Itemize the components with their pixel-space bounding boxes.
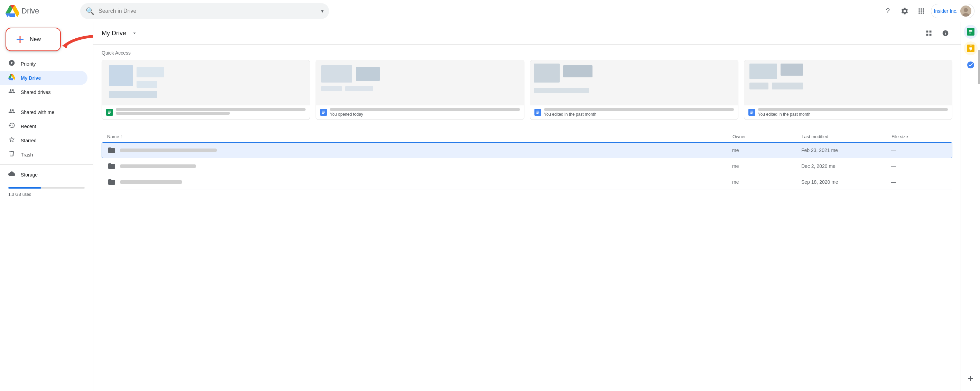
sidebar-item-storage-label: Storage: [21, 172, 38, 177]
sidebar-item-my-drive[interactable]: My Drive: [0, 71, 88, 85]
card-1-filename-blur: [116, 108, 305, 111]
file-size-1: —: [891, 147, 947, 153]
file-row-3[interactable]: me Sep 18, 2020 me —: [102, 174, 952, 190]
sidebar-item-shared-drives-label: Shared drives: [21, 89, 51, 95]
card-4-info: You edited in the past month: [744, 105, 952, 120]
new-button[interactable]: New: [6, 28, 61, 51]
file-name-cell-3: [108, 178, 732, 186]
search-input[interactable]: [99, 8, 317, 14]
card-3-subtitle: You edited in the past month: [544, 112, 734, 117]
quick-access-card-4[interactable]: You edited in the past month: [744, 60, 952, 120]
svg-point-12: [967, 62, 974, 68]
right-panel-add-button[interactable]: [964, 372, 978, 385]
card-4-filename-blur: [758, 108, 948, 111]
card-4-text: You edited in the past month: [758, 108, 948, 117]
main-header: My Drive: [93, 22, 961, 44]
main-header-right: [922, 26, 952, 40]
file-owner-1: me: [732, 147, 801, 153]
grid-view-button[interactable]: [922, 26, 936, 40]
sidebar-item-my-drive-label: My Drive: [21, 75, 41, 81]
sidebar-item-trash[interactable]: Trash: [0, 147, 88, 161]
sidebar-nav: Priority My Drive: [0, 57, 93, 99]
drive-title-dropdown-button[interactable]: [129, 28, 140, 39]
account-name: Insider Inc.: [934, 8, 958, 14]
sidebar-item-storage[interactable]: Storage: [0, 168, 88, 182]
layout: New Priority: [0, 22, 980, 391]
sidebar-item-shared-with-me[interactable]: Shared with me: [0, 105, 88, 119]
avatar: [960, 6, 971, 17]
my-drive-icon: [8, 74, 15, 82]
card-2-filename-blur: [330, 108, 520, 111]
sidebar-item-priority-label: Priority: [21, 61, 36, 66]
sidebar-item-starred-label: Starred: [21, 138, 37, 143]
apps-icon: [917, 7, 925, 15]
file-owner-2: me: [732, 163, 801, 169]
sidebar-storage-section: Storage 1.3 GB used: [0, 168, 93, 199]
right-panel-sheets-button[interactable]: [964, 25, 978, 39]
file-modified-1: Feb 23, 2021 me: [801, 147, 891, 153]
svg-marker-5: [62, 41, 69, 48]
quick-access-grid: You opened today: [102, 60, 952, 120]
new-plus-icon: [14, 34, 25, 45]
file-modified-3: Sep 18, 2020 me: [801, 179, 891, 185]
card-1-thumbnail: [102, 60, 310, 105]
info-button[interactable]: [939, 26, 952, 40]
main-content-area: My Drive Quick Access: [93, 22, 961, 391]
card-3-text: You edited in the past month: [544, 108, 734, 117]
file-list-header: Name ↑ Owner Last modified File size: [102, 131, 952, 142]
file-size-3: —: [891, 179, 947, 185]
quick-access-card-2[interactable]: You opened today: [316, 60, 524, 120]
account-area[interactable]: Insider Inc.: [931, 4, 974, 18]
sidebar-divider-2: [0, 165, 93, 165]
settings-button[interactable]: [898, 4, 912, 18]
file-owner-3: me: [732, 179, 801, 185]
arrow-annotation: [59, 31, 93, 60]
gear-icon: [900, 7, 909, 15]
card-3-filename-blur: [544, 108, 734, 111]
sheets-icon: [106, 109, 113, 116]
column-name-label: Name: [107, 134, 119, 139]
file-row-2[interactable]: me Dec 2, 2020 me —: [102, 158, 952, 174]
right-panel-tasks-button[interactable]: [964, 58, 978, 72]
search-chevron-icon[interactable]: ▾: [321, 8, 323, 14]
starred-icon: [8, 136, 15, 145]
file-name-blur-3: [120, 180, 182, 184]
quick-access-card-1[interactable]: [102, 60, 310, 120]
app-name: Drive: [21, 6, 39, 16]
column-last-modified-label: Last modified: [802, 134, 891, 139]
logo-area: Drive: [6, 5, 75, 17]
sidebar-item-recent[interactable]: Recent: [0, 119, 88, 133]
file-name-blur-2: [120, 165, 196, 168]
column-file-size-label: File size: [891, 134, 947, 139]
sort-icon: ↑: [121, 134, 123, 139]
quick-access-card-3[interactable]: You edited in the past month: [530, 60, 738, 120]
drive-title-area: My Drive: [102, 28, 140, 39]
scrollbar[interactable]: [978, 50, 980, 84]
apps-button[interactable]: [914, 4, 928, 18]
card-2-subtitle: You opened today: [330, 112, 520, 117]
sidebar-item-starred[interactable]: Starred: [0, 133, 88, 147]
file-row-1[interactable]: me Feb 23, 2021 me —: [102, 142, 952, 158]
help-button[interactable]: ?: [881, 4, 895, 18]
right-panel: [961, 22, 980, 391]
search-icon: 🔍: [86, 7, 94, 15]
sidebar: New Priority: [0, 22, 93, 391]
svg-point-1: [964, 8, 968, 12]
card-2-info: You opened today: [316, 105, 524, 120]
storage-used-text: 1.3 GB used: [8, 192, 32, 197]
sidebar-item-shared-drives[interactable]: Shared drives: [0, 85, 88, 99]
column-name[interactable]: Name ↑: [107, 134, 732, 139]
folder-icon-1: [108, 146, 116, 154]
sidebar-item-priority[interactable]: Priority: [0, 57, 88, 71]
folder-icon-2: [108, 162, 116, 170]
right-panel-keep-button[interactable]: [964, 41, 978, 55]
card-4-subtitle: You edited in the past month: [758, 112, 948, 117]
main-content-body: Quick Access: [93, 44, 961, 195]
file-name-cell-2: [108, 162, 732, 170]
search-bar[interactable]: 🔍 ▾: [80, 3, 329, 19]
file-name-cell-1: [108, 146, 732, 154]
file-modified-2: Dec 2, 2020 me: [801, 163, 891, 169]
card-2-thumbnail: [316, 60, 524, 105]
shared-drives-icon: [8, 88, 15, 97]
topbar: Drive 🔍 ▾ ? Insider Inc.: [0, 0, 980, 22]
